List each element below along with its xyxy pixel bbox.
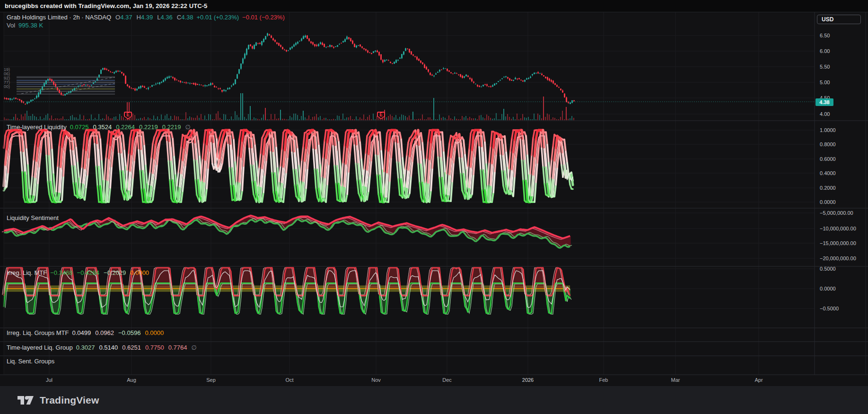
earnings-marker-icon[interactable]: E [377,112,385,119]
legend-value: 0.5140 [99,344,118,351]
legend-value: ∅ [185,123,191,131]
legend-values: 0.04990.0962−0.05960.0000 [72,329,164,336]
time-axis[interactable]: JulAugSepOctNovDec2026FebMarApr [0,375,868,387]
axis-tick-label: 0.5000 [820,266,836,272]
open-value: 4.37 [120,14,132,21]
footer-bar: TradingView [0,387,868,414]
legend-value: 0.3524 [93,123,112,131]
indicator-title[interactable]: Time-layered Liquidity [7,123,67,131]
legend-value: 0.6251 [122,344,141,351]
open-label: O [115,14,120,21]
chart-canvas[interactable] [0,0,868,414]
legend-value: 0.0000 [145,329,164,336]
legend-value: 0.7764 [168,344,187,351]
axis-tick-label: −10,000,000.00 [820,226,856,231]
time-tick-label: Mar [671,377,680,383]
legend-value: −0.2029 [104,269,126,276]
tradingview-logo-icon[interactable] [17,395,34,406]
legend-value: 0.0000 [130,269,149,276]
legend-time-layered-liquidity[interactable]: Time-layered Liquidity 0.07250.35240.226… [7,123,191,131]
volume-legend[interactable]: Vol 995.38 K [7,22,43,29]
close-value: 4.38 [181,14,193,21]
legend-time-layered-liq-group[interactable]: Time-layered Liq. Group 0.30270.51400.62… [7,344,197,351]
change-negative: −0.01 (−0.23%) [242,14,285,21]
axis-tick-label: −15,000,000.00 [820,240,856,246]
attribution-text: brucegibbs created with TradingView.com,… [5,2,207,9]
time-tick-label: Aug [127,377,136,383]
drawing-level-label: 00) [4,84,10,89]
low-value: 4.36 [160,14,172,21]
axis-tick-label: 5.50 [820,64,830,70]
time-tick-label: 2026 [522,377,534,383]
attribution-bar: brucegibbs created with TradingView.com,… [0,0,868,12]
axis-tick-label: 6.50 [820,33,830,38]
axis-tick-label: −5,000,000.00 [820,210,853,216]
legend-value: −0.4284 [77,269,99,276]
axis-tick-label: −0.5000 [820,306,839,311]
earnings-marker-icon[interactable]: E [124,112,132,119]
legend-value: 0.0725 [70,123,89,131]
indicator-title[interactable]: Time-layered Liq. Group [7,344,73,351]
axis-tick-label: 1.0000 [820,127,836,133]
tradingview-screenshot: brucegibbs created with TradingView.com,… [0,0,868,414]
volume-value: 995.38 K [18,22,43,29]
legend-value: −0.0596 [118,329,140,336]
change-positive: +0.01 (+0.23%) [196,14,239,21]
time-tick-label: Jul [46,377,53,383]
main-legend[interactable]: Grab Holdings Limited · 2h · NASDAQ O4.3… [7,14,285,21]
time-tick-label: Dec [442,377,452,383]
legend-liquidity-sentiment[interactable]: Liquidity Sentiment [7,214,62,221]
time-tick-label: Oct [285,377,293,383]
legend-irreg-liq-groups-mtf[interactable]: Irreg. Liq. Groups MTF 0.04990.0962−0.05… [7,329,164,336]
axis-tick-label: 0.0000 [820,286,836,291]
time-tick-label: Apr [754,377,763,383]
legend-value: 0.7750 [145,344,164,351]
legend-liq-sent-groups[interactable]: Liq. Sent. Groups [7,358,58,365]
time-tick-label: Feb [599,377,608,383]
legend-value: 0.0499 [72,329,91,336]
indicator-title[interactable]: Irreg. Liq. Groups MTF [7,329,69,336]
indicator-title[interactable]: Irreg. Liq. MTF [7,269,47,276]
legend-value: 0.0962 [95,329,114,336]
legend-value: 0.2264 [116,123,135,131]
legend-irreg-liq-mtf[interactable]: Irreg. Liq. MTF −0.3468−0.4284−0.20290.0… [7,269,149,276]
current-price-badge: 4.38 [815,98,833,106]
indicator-title[interactable]: Liq. Sent. Groups [7,358,54,365]
high-value: 4.39 [141,14,153,21]
legend-values: 0.07250.35240.22640.22190.2219∅ [70,123,191,131]
indicator-title[interactable]: Liquidity Sentiment [7,214,59,221]
axis-tick-label: 0.8000 [820,141,836,147]
high-label: H [137,14,141,21]
axis-tick-label: 0.2000 [820,185,836,191]
axis-tick-label: 0.0000 [820,199,836,205]
axis-tick-label: 5.00 [820,79,830,85]
close-label: C [177,14,181,21]
axis-tick-label: −20,000,000.00 [820,255,856,261]
axis-tick-label: 0.6000 [820,156,836,162]
price-axis[interactable]: 6.506.005.505.004.504.001.00000.80000.60… [815,12,868,375]
currency-button[interactable]: USD [817,15,861,24]
volume-label: Vol [7,22,15,29]
legend-value: 0.3027 [76,344,95,351]
axis-tick-label: 6.00 [820,48,830,54]
time-tick-label: Nov [371,377,381,383]
axis-tick-label: 0.4000 [820,170,836,176]
legend-values: −0.3468−0.4284−0.20290.0000 [50,269,149,276]
axis-tick-label: 4.00 [820,111,830,117]
legend-value: ∅ [192,344,197,351]
legend-value: −0.3468 [50,269,72,276]
legend-values: 0.30270.51400.62510.77500.7764∅ [76,344,197,351]
legend-value: 0.2219 [139,123,158,131]
time-tick-label: Sep [206,377,216,383]
legend-value: 0.2219 [162,123,181,131]
symbol-title: Grab Holdings Limited · 2h · NASDAQ [7,14,111,21]
footer-brand-text[interactable]: TradingView [40,395,99,406]
